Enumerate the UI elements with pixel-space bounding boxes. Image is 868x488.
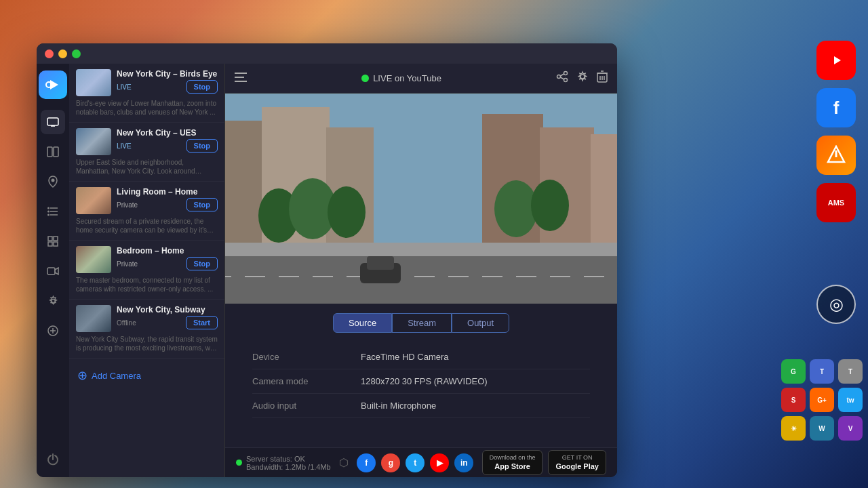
mini-icon-1[interactable]: G <box>781 359 806 384</box>
camera-desc-bedroom: The master bedroom, connected to my list… <box>76 276 218 293</box>
stop-button-nyc-birds-eye[interactable]: Stop <box>186 80 218 94</box>
camera-name-living-room: Living Room – Home <box>117 187 218 197</box>
bandwidth-text: Bandwidth: 1.2Mb /1.4Mb <box>246 463 331 471</box>
mini-icon-9[interactable]: V <box>838 416 863 441</box>
camera-item-nyc-birds-eye[interactable]: New York City – Birds Eye LIVE Stop Bird… <box>69 64 224 123</box>
google-play-label: Google Play <box>555 462 599 472</box>
target-icon[interactable]: ◎ <box>816 285 856 324</box>
social-google[interactable]: g <box>381 453 400 472</box>
live-badge: LIVE on YouTube <box>361 73 441 83</box>
camera-desc-subway: New York City Subway, the rapid transit … <box>76 335 218 352</box>
svg-point-55 <box>531 180 569 231</box>
social-twitter[interactable]: t <box>406 453 425 472</box>
svg-rect-59 <box>367 256 394 270</box>
svg-point-53 <box>328 186 366 238</box>
stop-button-living-room[interactable]: Stop <box>186 198 218 211</box>
tab-stream[interactable]: Stream <box>392 313 452 333</box>
youtube-desktop-icon[interactable] <box>816 41 856 80</box>
server-status: Server status: OK Bandwidth: 1.2Mb /1.4M… <box>236 455 349 471</box>
camera-status-bedroom: Private <box>117 260 138 268</box>
cloud-icon[interactable]: ⬡ <box>339 456 349 469</box>
server-status-dot <box>236 460 242 466</box>
add-camera-button[interactable]: ⊕ Add Camera <box>69 361 224 390</box>
close-button[interactable] <box>45 49 54 58</box>
svg-rect-11 <box>54 147 58 157</box>
minimize-button[interactable] <box>58 49 67 58</box>
mini-icon-5[interactable]: G+ <box>810 388 834 412</box>
mini-icon-6[interactable]: tw <box>838 388 863 412</box>
svg-rect-19 <box>48 237 52 241</box>
svg-rect-22 <box>54 242 58 246</box>
app-store-button[interactable]: Download on the App Store <box>482 450 543 476</box>
top-bar: LIVE on YouTube <box>225 64 617 94</box>
svg-rect-20 <box>54 237 58 241</box>
mini-icon-7[interactable]: ☀ <box>781 416 806 441</box>
ams-desktop-icon[interactable]: AMS <box>816 183 856 222</box>
mini-icon-4[interactable]: S <box>781 388 806 412</box>
delete-button[interactable] <box>597 70 608 86</box>
camera-mode-value: 868x488 30 FPS (RAWVIDEO) <box>361 376 590 386</box>
sidebar-icon-location[interactable] <box>41 169 65 194</box>
mini-icon-2[interactable]: T <box>810 359 834 384</box>
audio-input-label: Audio input <box>252 401 361 411</box>
main-window: New York City – Birds Eye LIVE Stop Bird… <box>37 43 617 477</box>
camera-item-nyc-ues[interactable]: New York City – UES LIVE Stop Upper East… <box>69 123 224 182</box>
camera-thumb-living-room <box>76 187 111 214</box>
svg-point-37 <box>580 75 585 79</box>
maximize-button[interactable] <box>72 49 81 58</box>
detail-camera-mode: Camera mode 868x488 30 FPS (RAWVIDEO) <box>252 369 590 394</box>
google-play-button[interactable]: GET IT ON Google Play <box>548 450 606 476</box>
sidebar-power-button[interactable] <box>47 453 59 469</box>
detail-device: Device FaceTime HD Camera <box>252 345 590 369</box>
mini-icon-8[interactable]: W <box>810 416 834 441</box>
social-linkedin[interactable]: in <box>454 453 473 472</box>
social-facebook[interactable]: f <box>357 453 376 472</box>
live-indicator-dot <box>361 75 369 82</box>
sidebar-icon-streams[interactable] <box>41 110 65 134</box>
svg-rect-10 <box>47 147 52 157</box>
desktop-icons: f AMS <box>816 41 856 222</box>
tab-output[interactable]: Output <box>452 313 509 333</box>
camera-status-living-room: Private <box>117 201 138 209</box>
camera-item-subway[interactable]: New York City, Subway Offline Start New … <box>69 300 224 359</box>
app-logo[interactable] <box>39 70 67 99</box>
camera-item-living-room[interactable]: Living Room – Home Private Stop Secured … <box>69 182 224 241</box>
camera-desc-living-room: Secured stream of a private residence, t… <box>76 217 218 235</box>
stop-button-nyc-ues[interactable]: Stop <box>186 139 218 152</box>
sidebar-icon-add[interactable] <box>41 319 65 343</box>
settings-button[interactable] <box>576 70 589 86</box>
sidebar-icon-grid[interactable] <box>41 229 65 253</box>
svg-rect-45 <box>225 121 265 256</box>
app-store-sub: Download on the <box>490 453 536 462</box>
share-button[interactable] <box>556 70 568 86</box>
nimbus-desktop-icon[interactable] <box>816 136 856 175</box>
svg-point-12 <box>52 179 55 182</box>
camera-name-nyc-birds-eye: New York City – Birds Eye <box>117 69 218 79</box>
mini-icon-3[interactable]: T <box>838 359 863 384</box>
sidebar-icon-list[interactable] <box>41 199 65 224</box>
svg-rect-50 <box>591 134 617 256</box>
start-button-subway[interactable]: Start <box>186 316 218 329</box>
tab-source[interactable]: Source <box>333 313 392 333</box>
camera-status-nyc-ues: LIVE <box>117 142 132 150</box>
top-actions <box>556 70 608 86</box>
camera-name-subway: New York City, Subway <box>117 305 218 314</box>
svg-line-35 <box>561 74 564 76</box>
social-youtube[interactable]: ▶ <box>430 453 449 472</box>
sidebar-icon-library[interactable] <box>41 140 65 164</box>
device-label: Device <box>252 352 361 362</box>
camera-desc-nyc-ues: Upper East Side and neighborhood, Manhat… <box>76 158 218 176</box>
sidebar-icon-settings[interactable] <box>41 289 65 313</box>
facebook-desktop-icon[interactable]: f <box>816 88 856 127</box>
bottom-panel: Source Stream Output Device FaceTime HD … <box>225 304 617 447</box>
svg-point-34 <box>564 79 568 82</box>
titlebar <box>37 43 617 64</box>
camera-item-bedroom[interactable]: Bedroom – Home Private Stop The master b… <box>69 241 224 300</box>
sidebar-icon-video[interactable] <box>41 259 65 283</box>
footer-stores: Download on the App Store GET IT ON Goog… <box>482 450 606 476</box>
menu-icon[interactable] <box>235 73 247 85</box>
stop-button-bedroom[interactable]: Stop <box>186 257 218 270</box>
server-status-text: Server status: OK <box>246 455 331 463</box>
svg-rect-7 <box>47 118 58 125</box>
traffic-lights <box>45 49 81 58</box>
